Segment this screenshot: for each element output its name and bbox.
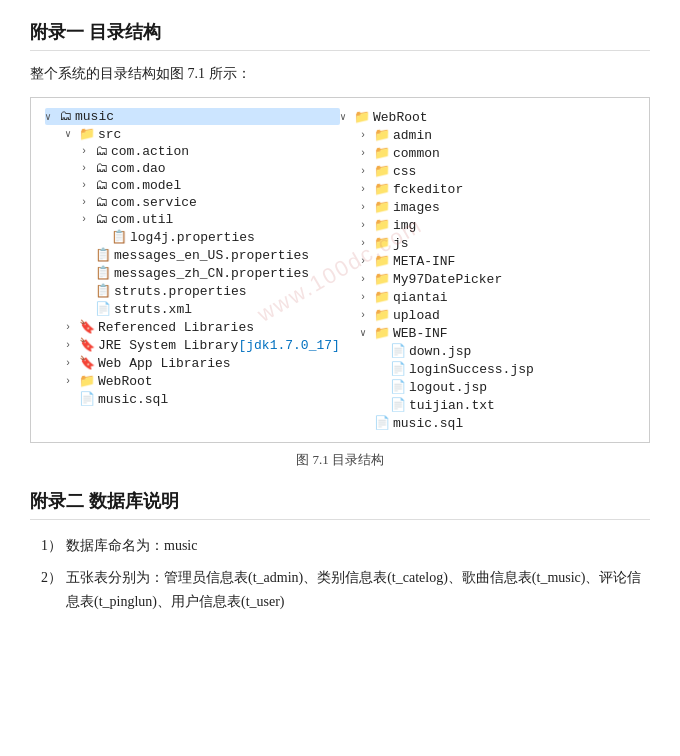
- tree-item: ›🔖Web App Libraries: [45, 354, 340, 372]
- prop-icon: 📋: [95, 247, 111, 263]
- sql-icon: 📄: [79, 391, 95, 407]
- pkg-icon: 🗂: [95, 144, 108, 159]
- tree-item-label: music: [75, 109, 114, 124]
- txt-icon: 📄: [390, 397, 406, 413]
- tree-item: ›🗂com.dao: [45, 160, 340, 177]
- tree-item: ›📁qiantai: [340, 288, 635, 306]
- tree-item: ›📁upload: [340, 306, 635, 324]
- tree-item: ›📁admin: [340, 126, 635, 144]
- folder-icon: 📁: [374, 289, 390, 305]
- folder-icon: 📁: [374, 199, 390, 215]
- xml-icon: 📄: [95, 301, 111, 317]
- expand-arrow[interactable]: ›: [65, 358, 77, 369]
- expand-arrow[interactable]: ›: [360, 274, 372, 285]
- tree-item: 📄music.sql: [45, 390, 340, 408]
- folder-icon: 📁: [374, 235, 390, 251]
- expand-arrow[interactable]: ›: [360, 184, 372, 195]
- jdk-version: [jdk1.7.0_17]: [238, 338, 339, 353]
- tree-item: ›📁images: [340, 198, 635, 216]
- tree-item-label: WEB-INF: [393, 326, 448, 341]
- prop-icon: 📋: [95, 265, 111, 281]
- folder-icon: 📁: [374, 325, 390, 341]
- pkg-icon: 🗂: [59, 109, 72, 124]
- tree-item: 📋struts.properties: [45, 282, 340, 300]
- tree-item: ›📁common: [340, 144, 635, 162]
- tree-item-label: loginSuccess.jsp: [409, 362, 534, 377]
- tree-item-label: qiantai: [393, 290, 448, 305]
- lib-icon: 🔖: [79, 355, 95, 371]
- tree-item-label: tuijian.txt: [409, 398, 495, 413]
- tree-item: ∨📁WEB-INF: [340, 324, 635, 342]
- lib-icon: 🔖: [79, 337, 95, 353]
- list-text: 数据库命名为：music: [66, 534, 650, 558]
- tree-item-label: log4j.properties: [130, 230, 255, 245]
- left-tree-col: ∨🗂music∨📁src›🗂com.action›🗂com.dao›🗂com.m…: [45, 108, 340, 432]
- tree-item-label: WebRoot: [98, 374, 153, 389]
- expand-arrow[interactable]: ›: [65, 340, 77, 351]
- expand-arrow[interactable]: ›: [360, 256, 372, 267]
- tree-item-label: upload: [393, 308, 440, 323]
- tree-item-label: com.service: [111, 195, 197, 210]
- expand-arrow[interactable]: ›: [65, 376, 77, 387]
- folder-icon: 📁: [374, 253, 390, 269]
- expand-arrow[interactable]: ›: [81, 180, 93, 191]
- pkg-icon: 🗂: [95, 212, 108, 227]
- tree-item-label: struts.properties: [114, 284, 247, 299]
- expand-arrow[interactable]: ›: [81, 197, 93, 208]
- tree-caption: 图 7.1 目录结构: [30, 451, 650, 469]
- expand-arrow[interactable]: ›: [360, 220, 372, 231]
- list-text: 五张表分别为：管理员信息表(t_admin)、类别信息表(t_catelog)、…: [66, 566, 650, 614]
- tree-item-label: My97DatePicker: [393, 272, 502, 287]
- tree-item-label: JRE System Library: [98, 338, 238, 353]
- prop-icon: 📋: [111, 229, 127, 245]
- expand-arrow[interactable]: ›: [360, 310, 372, 321]
- expand-arrow[interactable]: ›: [360, 166, 372, 177]
- expand-arrow[interactable]: ∨: [45, 111, 57, 123]
- tree-item: ›🔖Referenced Libraries: [45, 318, 340, 336]
- jsp-icon: 📄: [390, 361, 406, 377]
- list-item: 2）五张表分别为：管理员信息表(t_admin)、类别信息表(t_catelog…: [40, 566, 650, 614]
- tree-item: ›📁META-INF: [340, 252, 635, 270]
- directory-tree: www.100dc.com ∨🗂music∨📁src›🗂com.action›🗂…: [30, 97, 650, 443]
- sql-icon: 📄: [374, 415, 390, 431]
- right-tree-col: ∨📁WebRoot›📁admin›📁common›📁css›📁fckeditor…: [340, 108, 635, 432]
- tree-item-label: images: [393, 200, 440, 215]
- folder-icon: 📁: [374, 163, 390, 179]
- tree-item: ∨🗂music: [45, 108, 340, 125]
- expand-arrow[interactable]: ›: [81, 163, 93, 174]
- expand-arrow[interactable]: ∨: [340, 111, 352, 123]
- appendix2-title: 附录二 数据库说明: [30, 489, 650, 520]
- tree-item-label: img: [393, 218, 416, 233]
- tree-item: 📄logout.jsp: [340, 378, 635, 396]
- expand-arrow[interactable]: ∨: [65, 128, 77, 140]
- tree-item-label: Web App Libraries: [98, 356, 231, 371]
- tree-item: ›🗂com.util: [45, 211, 340, 228]
- tree-item: ›📁fckeditor: [340, 180, 635, 198]
- tree-item: ›🗂com.service: [45, 194, 340, 211]
- list-number: 2）: [40, 566, 66, 614]
- tree-item-label: css: [393, 164, 416, 179]
- expand-arrow[interactable]: ›: [360, 148, 372, 159]
- expand-arrow[interactable]: ›: [360, 130, 372, 141]
- tree-item-label: com.model: [111, 178, 181, 193]
- folder-icon: 📁: [354, 109, 370, 125]
- pkg-icon: 🗂: [95, 161, 108, 176]
- tree-item: ∨📁src: [45, 125, 340, 143]
- expand-arrow[interactable]: ›: [360, 202, 372, 213]
- tree-item-label: admin: [393, 128, 432, 143]
- expand-arrow[interactable]: ›: [360, 292, 372, 303]
- tree-item: 📄down.jsp: [340, 342, 635, 360]
- expand-arrow[interactable]: ›: [360, 238, 372, 249]
- expand-arrow[interactable]: ›: [65, 322, 77, 333]
- expand-arrow[interactable]: ›: [81, 214, 93, 225]
- appendix1-section: 附录一 目录结构 整个系统的目录结构如图 7.1 所示： www.100dc.c…: [30, 20, 650, 469]
- tree-item: ›🔖JRE System Library [jdk1.7.0_17]: [45, 336, 340, 354]
- database-list: 1）数据库命名为：music2）五张表分别为：管理员信息表(t_admin)、类…: [30, 534, 650, 613]
- tree-item-label: logout.jsp: [409, 380, 487, 395]
- tree-item: 📋messages_en_US.properties: [45, 246, 340, 264]
- tree-item: ›📁css: [340, 162, 635, 180]
- list-item: 1）数据库命名为：music: [40, 534, 650, 558]
- expand-arrow[interactable]: ∨: [360, 327, 372, 339]
- tree-item: ›📁js: [340, 234, 635, 252]
- expand-arrow[interactable]: ›: [81, 146, 93, 157]
